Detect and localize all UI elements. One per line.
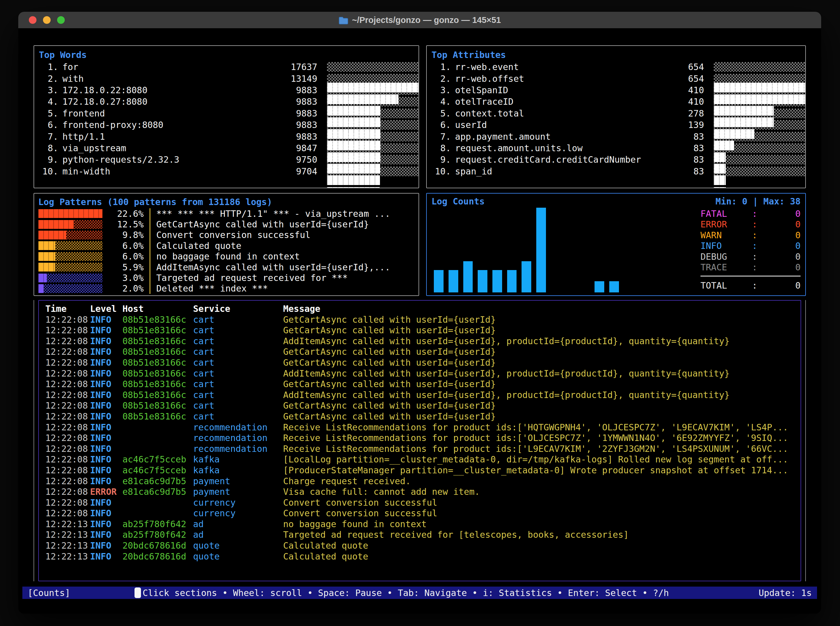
item-count: 9883 [267,97,325,107]
item-count: 83 [654,143,711,153]
top-words-item: 7. http/1.1 9883 [39,131,414,142]
log-row[interactable]: 12:22:08 INFO 08b51e83166c cart GetCartA… [45,325,801,336]
pattern-bar [38,220,102,229]
log-row[interactable]: 12:22:08 INFO currency Convert conversio… [45,508,801,519]
log-level: INFO [90,476,122,487]
legend-colon: : [752,252,761,262]
pattern-row[interactable]: 12.5% GetCartAsync called with userId={u… [38,219,414,230]
item-bar [711,120,801,130]
legend-label: ERROR [701,219,752,230]
pattern-row[interactable]: 5.9% AddItemAsync called with userId={us… [38,262,414,272]
log-row[interactable]: 12:22:08 INFO 08b51e83166c cart AddItemA… [45,368,801,379]
log-row[interactable]: 12:22:08 INFO 08b51e83166c cart GetCartA… [45,401,801,411]
pattern-bar [38,263,102,272]
log-message: GetCartAsync called with userId={userId} [283,401,801,411]
log-time: 12:22:08 [45,422,90,433]
log-service: cart [193,315,283,326]
pattern-row[interactable]: 22.6% *** *** *** HTTP/1.1" *** - via_up… [38,208,414,219]
folder-icon [339,15,348,25]
log-row[interactable]: 12:22:08 INFO 08b51e83166c cart GetCartA… [45,357,801,368]
top-words-item: 2. with 13149 [39,73,414,84]
pattern-row[interactable]: 6.0% Calculated quote [38,240,414,251]
log-host: 20bdc678616d [122,540,193,551]
log-row[interactable]: 12:22:08 INFO 08b51e83166c cart GetCartA… [45,346,801,357]
bar-track [327,108,419,118]
log-message: Charge request received. [283,476,801,487]
chart-bar [478,270,487,293]
log-row[interactable]: 12:22:13 INFO ab25f780f642 ad Targeted a… [45,529,801,540]
log-host: 08b51e83166c [122,315,193,326]
log-counts-chart [431,208,683,293]
log-service: quote [193,551,283,562]
pattern-separator [149,240,150,251]
log-row[interactable]: 12:22:08 ERROR e81ca6c9d7b5 payment Visa… [45,487,801,498]
item-bar [711,108,801,118]
item-count: 9750 [267,155,325,165]
log-host: ac46c7f5cceb [122,454,193,465]
chart-bar-slot [461,208,475,293]
log-row[interactable]: 12:22:08 INFO 08b51e83166c cart GetCartA… [45,411,801,422]
pattern-row[interactable]: 9.8% Convert conversion successful [38,230,414,240]
log-row[interactable]: 12:22:08 INFO ac46c7f5cceb kafka [Produc… [45,465,801,476]
pattern-separator [149,230,150,240]
pattern-row[interactable]: 6.0% no baggage found in context [38,251,414,262]
item-count: 9883 [267,120,325,130]
chart-bar-slot [636,208,651,293]
item-count: 278 [654,108,711,119]
log-service: recommendation [193,422,283,433]
log-level: INFO [90,454,122,465]
log-level: INFO [90,411,122,422]
chart-bar-slot [607,208,622,293]
log-service: kafka [193,465,283,476]
log-level: INFO [90,401,122,411]
log-row[interactable]: 12:22:08 INFO ac46c7f5cceb kafka [LocalL… [45,454,801,465]
log-row[interactable]: 12:22:13 INFO 20bdc678616d quote Calcula… [45,540,801,551]
pattern-bar [38,241,102,250]
log-row[interactable]: 12:22:08 INFO recommendation Receive Lis… [45,433,801,444]
bar-track [714,143,806,153]
legend-colon: : [752,219,761,230]
log-message: [LocalLog partition=__cluster_metadata-0… [283,454,801,465]
log-level: INFO [90,529,122,540]
log-time: 12:22:08 [45,346,90,357]
log-row[interactable]: 12:22:08 INFO 08b51e83166c cart GetCartA… [45,379,801,390]
log-counts-panel[interactable]: Log Counts Min: 0 | Max: 38 [426,193,806,296]
log-row[interactable]: 12:22:08 INFO e81ca6c9d7b5 payment Charg… [45,476,801,487]
log-row[interactable]: 12:22:08 INFO 08b51e83166c cart GetCartA… [45,315,801,326]
log-host: 20bdc678616d [122,551,193,562]
item-rank: 2. [431,74,451,84]
chart-bar [609,281,619,293]
log-row[interactable]: 12:22:08 INFO recommendation Receive Lis… [45,422,801,433]
pattern-bar [38,274,102,282]
item-rank: 3. [39,85,58,95]
log-patterns-panel[interactable]: Log Patterns (100 patterns from 131186 l… [34,193,419,296]
log-row[interactable]: 12:22:08 INFO currency Convert conversio… [45,498,801,508]
top-words-panel[interactable]: Top Words 1. for 17637 [34,45,419,188]
log-section-frame: Time Level Host Service Message 12:22:08… [34,300,806,581]
log-row[interactable]: 12:22:13 INFO ab25f780f642 ad no baggage… [45,519,801,530]
top-attributes-item: 3. otelSpanID 410 [431,85,801,96]
bar-track [714,97,806,106]
log-level: INFO [90,315,122,326]
log-row[interactable]: 12:22:08 INFO recommendation Receive Lis… [45,444,801,454]
log-table-panel[interactable]: Time Level Host Service Message 12:22:08… [38,300,801,581]
legend-label: TRACE [701,262,752,272]
top-attributes-panel[interactable]: Top Attributes 1. rr-web.event 654 [426,45,806,188]
log-row[interactable]: 12:22:13 INFO 20bdc678616d quote Calcula… [45,551,801,562]
pattern-message: AddItemAsync called with userId={userId}… [156,262,390,272]
legend-value: 0 [761,208,801,219]
legend-label: WARN [701,230,752,240]
chart-bar [522,261,531,293]
log-time: 12:22:08 [45,508,90,519]
log-row[interactable]: 12:22:08 INFO 08b51e83166c cart AddItemA… [45,390,801,401]
pattern-row[interactable]: 3.0% Targeted ad request received for **… [38,272,414,283]
log-service: currency [193,498,283,508]
log-row[interactable]: 12:22:08 INFO 08b51e83166c cart AddItemA… [45,336,801,347]
item-count: 9883 [267,108,325,119]
pattern-separator [149,272,150,283]
pattern-row[interactable]: 2.0% Deleted *** index *** [38,283,414,294]
item-label: span_id [455,166,654,177]
status-bar: [Counts] Click sections • Wheel: scroll … [22,587,817,599]
chart-bar-slot [490,208,505,293]
pattern-separator [149,251,150,262]
